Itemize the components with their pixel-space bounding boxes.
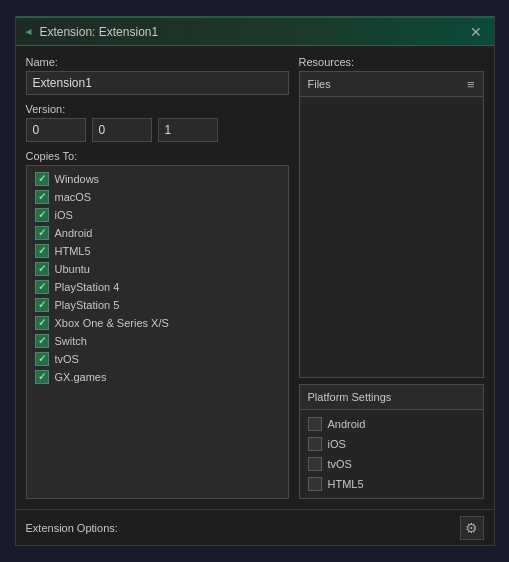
name-label: Name: <box>26 56 289 68</box>
copy-item-label: Xbox One & Series X/S <box>55 317 169 329</box>
copy-item-label: Switch <box>55 335 87 347</box>
copies-list-item[interactable]: ✓ Xbox One & Series X/S <box>27 314 288 332</box>
copy-item-label: Android <box>55 227 93 239</box>
copies-list-item[interactable]: ✓ GX.games <box>27 368 288 386</box>
left-panel: Name: Version: Copies To: ✓ Windows <box>26 56 289 499</box>
copy-checkbox[interactable]: ✓ <box>35 334 49 348</box>
check-icon: ✓ <box>38 264 46 274</box>
platform-item-label: Android <box>328 418 366 430</box>
version-label: Version: <box>26 103 289 115</box>
window-title: Extension: Extension1 <box>39 25 465 39</box>
copy-checkbox[interactable]: ✓ <box>35 262 49 276</box>
copies-list-item[interactable]: ✓ PlayStation 4 <box>27 278 288 296</box>
copy-item-label: tvOS <box>55 353 79 365</box>
files-label: Files <box>308 78 331 90</box>
copy-item-label: iOS <box>55 209 73 221</box>
copies-list-item[interactable]: ✓ PlayStation 5 <box>27 296 288 314</box>
check-icon: ✓ <box>38 210 46 220</box>
check-icon: ✓ <box>38 318 46 328</box>
check-icon: ✓ <box>38 354 46 364</box>
right-panel: Resources: Files ≡ Platform Settings And… <box>299 56 484 499</box>
gear-icon: ⚙ <box>465 520 478 536</box>
copies-group: Copies To: ✓ Windows ✓ macOS ✓ iOS ✓ And… <box>26 150 289 499</box>
extension-options-label: Extension Options: <box>26 522 118 534</box>
copy-item-label: macOS <box>55 191 92 203</box>
copies-list-item[interactable]: ✓ HTML5 <box>27 242 288 260</box>
copy-item-label: PlayStation 4 <box>55 281 120 293</box>
name-input[interactable] <box>26 71 289 95</box>
close-button[interactable]: ✕ <box>466 22 486 42</box>
copies-list-item[interactable]: ✓ Android <box>27 224 288 242</box>
hamburger-icon[interactable]: ≡ <box>467 78 475 91</box>
files-bar: Files ≡ <box>299 71 484 97</box>
copy-checkbox[interactable]: ✓ <box>35 172 49 186</box>
check-icon: ✓ <box>38 336 46 346</box>
copy-checkbox[interactable]: ✓ <box>35 208 49 222</box>
copies-list-item[interactable]: ✓ macOS <box>27 188 288 206</box>
copy-item-label: PlayStation 5 <box>55 299 120 311</box>
platform-list-item[interactable]: Android <box>300 414 483 434</box>
check-icon: ✓ <box>38 174 46 184</box>
copy-item-label: Windows <box>55 173 100 185</box>
platform-item-label: tvOS <box>328 458 352 470</box>
copies-list-item[interactable]: ✓ Windows <box>27 170 288 188</box>
copies-label: Copies To: <box>26 150 289 162</box>
files-area <box>299 97 484 378</box>
main-content: Name: Version: Copies To: ✓ Windows <box>16 46 494 509</box>
platform-settings-group: Platform Settings Android iOS tvOS HTML5 <box>299 384 484 499</box>
copy-item-label: Ubuntu <box>55 263 90 275</box>
platform-checkbox[interactable] <box>308 477 322 491</box>
title-bar: ◄ Extension: Extension1 ✕ <box>16 18 494 46</box>
platform-list-item[interactable]: tvOS <box>300 454 483 474</box>
platform-list-item[interactable]: HTML5 <box>300 474 483 494</box>
copy-item-label: HTML5 <box>55 245 91 257</box>
version-field-group: Version: <box>26 103 289 142</box>
bottom-bar: Extension Options: ⚙ <box>16 509 494 545</box>
copy-checkbox[interactable]: ✓ <box>35 280 49 294</box>
check-icon: ✓ <box>38 300 46 310</box>
copy-checkbox[interactable]: ✓ <box>35 190 49 204</box>
resources-group: Resources: Files ≡ <box>299 56 484 378</box>
copies-list-item[interactable]: ✓ Switch <box>27 332 288 350</box>
platform-item-label: HTML5 <box>328 478 364 490</box>
gear-button[interactable]: ⚙ <box>460 516 484 540</box>
copies-list-item[interactable]: ✓ Ubuntu <box>27 260 288 278</box>
check-icon: ✓ <box>38 192 46 202</box>
check-icon: ✓ <box>38 282 46 292</box>
copy-item-label: GX.games <box>55 371 107 383</box>
copy-checkbox[interactable]: ✓ <box>35 226 49 240</box>
extension-window: ◄ Extension: Extension1 ✕ Name: Version:… <box>15 16 495 546</box>
copy-checkbox[interactable]: ✓ <box>35 316 49 330</box>
copy-checkbox[interactable]: ✓ <box>35 370 49 384</box>
version-minor-input[interactable] <box>92 118 152 142</box>
copies-list-item[interactable]: ✓ tvOS <box>27 350 288 368</box>
copy-checkbox[interactable]: ✓ <box>35 298 49 312</box>
version-patch-input[interactable] <box>158 118 218 142</box>
check-icon: ✓ <box>38 228 46 238</box>
platform-checkbox[interactable] <box>308 457 322 471</box>
check-icon: ✓ <box>38 246 46 256</box>
name-field-group: Name: <box>26 56 289 95</box>
platform-settings-label: Platform Settings <box>308 391 392 403</box>
copies-list-item[interactable]: ✓ iOS <box>27 206 288 224</box>
platform-checkbox[interactable] <box>308 417 322 431</box>
version-row <box>26 118 289 142</box>
title-arrow-icon: ◄ <box>24 26 34 37</box>
platform-settings-bar: Platform Settings <box>299 384 484 410</box>
copy-checkbox[interactable]: ✓ <box>35 244 49 258</box>
copy-checkbox[interactable]: ✓ <box>35 352 49 366</box>
platform-list-item[interactable]: iOS <box>300 434 483 454</box>
platform-list: Android iOS tvOS HTML5 <box>299 410 484 499</box>
version-major-input[interactable] <box>26 118 86 142</box>
resources-label: Resources: <box>299 56 484 68</box>
platform-checkbox[interactable] <box>308 437 322 451</box>
copies-list: ✓ Windows ✓ macOS ✓ iOS ✓ Android ✓ HTML… <box>26 165 289 499</box>
check-icon: ✓ <box>38 372 46 382</box>
platform-item-label: iOS <box>328 438 346 450</box>
